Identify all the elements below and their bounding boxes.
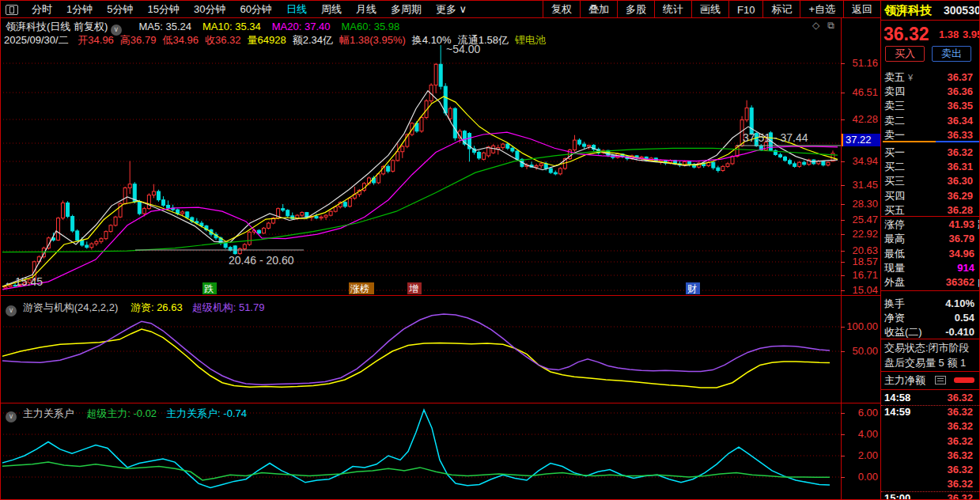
tab-更多[interactable]: 更多 ∨: [429, 2, 474, 17]
axis-tick-label: 42.28: [852, 113, 878, 125]
toolbar-button-统计[interactable]: 统计: [654, 1, 691, 18]
tick-row[interactable]: 14:5936.32: [884, 405, 979, 419]
toolbar-button-+自选[interactable]: +自选: [800, 1, 843, 18]
price-change-pct: 3.95%: [963, 28, 980, 40]
stat-label: 最高: [884, 233, 905, 244]
tick-row[interactable]: 15:0036.32: [884, 491, 979, 500]
queue-row[interactable]: 买一36.32: [884, 146, 979, 160]
queue-row[interactable]: 卖二36.34: [884, 114, 979, 128]
tab-1分钟[interactable]: 1分钟: [59, 2, 100, 17]
stat-value: 41.93: [948, 218, 974, 232]
axis-tick-label: 28.30: [852, 198, 878, 210]
collapse-chevron-icon[interactable]: ∨: [6, 411, 17, 422]
toolbar-button-标记[interactable]: 标记: [762, 1, 800, 18]
price-axis: 51.1646.5142.2834.9431.4528.3025.4722.92…: [841, 1, 881, 500]
queue-price: 36.30: [947, 174, 973, 188]
axis-tick-mark: [841, 351, 845, 352]
svg-text:涨榜: 涨榜: [350, 283, 369, 294]
queue-level-label: 卖一: [884, 129, 905, 141]
queue-level-label: 买四: [884, 190, 905, 202]
axis-tick-label: 34.94: [852, 155, 878, 167]
tab-60分钟[interactable]: 60分钟: [233, 2, 278, 17]
queue-row[interactable]: 买四36.29: [884, 189, 979, 203]
svg-text:增: 增: [409, 283, 418, 294]
axis-tick-mark: [841, 262, 845, 263]
axis-tick-label: 50.00: [852, 345, 878, 357]
tab-日线[interactable]: 日线: [279, 2, 314, 17]
indicator1-legend: 游资: 26.63超级机构: 51.79: [121, 301, 265, 313]
list-icon[interactable]: [935, 376, 946, 384]
queue-row[interactable]: 买二36.31: [884, 160, 979, 174]
stat-row: 最高36.79: [884, 232, 980, 246]
tab-周线[interactable]: 周线: [314, 2, 349, 17]
tab-5分钟[interactable]: 5分钟: [100, 2, 140, 17]
tick-price: 36.32: [947, 405, 973, 419]
stat-row: 换手4.10%: [884, 297, 980, 311]
stat-value: 34.96: [948, 247, 974, 261]
queue-level-label: 卖三: [884, 100, 905, 112]
tick-row[interactable]: 36.32: [884, 419, 979, 434]
axis-tick-label: 4.00: [858, 428, 878, 440]
queue-level-label: 买三: [884, 175, 905, 187]
tick-row[interactable]: 36.32: [884, 434, 979, 449]
tick-price: 36.32: [947, 477, 973, 491]
queue-row[interactable]: 卖三36.35: [884, 99, 979, 113]
toolbar-button-画线[interactable]: 画线: [691, 1, 728, 18]
stat-label: 外盘: [884, 276, 905, 288]
stat-value: 0.54: [955, 311, 974, 325]
stat-row: 净资0.54: [884, 311, 980, 325]
quote-panel: 领湃科技 300530 36.32 1.38 3.95% 买入 卖出 卖五¥36…: [881, 1, 980, 500]
axis-tick-label: 25.47: [852, 214, 878, 225]
axis-tick-label: 22.92: [852, 228, 878, 240]
flow-red-bar: [954, 377, 974, 383]
bid-ask-divider: [883, 141, 979, 142]
tab-分时[interactable]: 分时: [25, 2, 59, 17]
queue-row[interactable]: 买三36.30: [884, 174, 979, 188]
toolbar-button-F10[interactable]: F10: [728, 1, 762, 18]
axis-tick-label: 6.00: [858, 407, 878, 419]
axis-tick-mark: [841, 63, 845, 64]
axis-tick-label: 18.57: [852, 256, 878, 267]
tick-row[interactable]: 36.32: [884, 477, 979, 491]
main-flow-label: 主力净额: [884, 373, 925, 388]
buy-button[interactable]: 买入: [885, 46, 925, 62]
tick-price: 36.32: [947, 449, 973, 463]
toolbar-button-复权[interactable]: 复权: [543, 1, 580, 18]
axis-tick-mark: [841, 161, 845, 162]
trade-status-line: 交易状态:闭市阶段: [884, 341, 970, 355]
tab-15分钟[interactable]: 15分钟: [140, 2, 186, 17]
collapse-chevron-icon[interactable]: ∨: [6, 305, 17, 316]
tick-price: 36.32: [947, 463, 973, 477]
indicator2-title: 主力关系户: [23, 407, 74, 419]
queue-level-label: 买一: [884, 146, 905, 158]
queue-row[interactable]: 卖五¥36.37: [884, 70, 979, 85]
tick-row[interactable]: 14:5836.32: [884, 391, 979, 405]
stat-row: 最低34.96: [884, 247, 980, 261]
indicator1-title: 游资与机构(24,2,2,2): [23, 301, 119, 313]
toolbar-actions: 复权叠加多股统计画线F10标记+自选返回: [543, 1, 881, 18]
queue-price: 36.31: [947, 160, 973, 174]
axis-tick-mark: [841, 456, 845, 456]
queue-level-label: 买五: [884, 204, 905, 216]
queue-level-label: 买二: [884, 161, 905, 172]
axis-tick-label: 20.63: [852, 244, 878, 256]
toolbar-button-叠加[interactable]: 叠加: [580, 1, 617, 18]
flow-divider-top: [881, 371, 980, 372]
stat-label: 收益(二): [884, 326, 922, 338]
queue-row[interactable]: 卖四36.36: [884, 85, 979, 99]
layout-split-icon[interactable]: [6, 5, 18, 15]
tick-row[interactable]: 36.32: [884, 449, 979, 463]
axis-tick-mark: [841, 220, 845, 221]
axis-tick-mark: [841, 119, 845, 120]
tab-30分钟[interactable]: 30分钟: [187, 2, 233, 17]
yuan-icon: ¥: [908, 73, 913, 82]
queue-price: 36.36: [947, 85, 973, 99]
stat-label: 净资: [884, 312, 905, 324]
tab-多周期[interactable]: 多周期: [384, 2, 429, 17]
trading-terminal-window: 分时1分钟5分钟15分钟30分钟60分钟日线周线月线多周期更多 ∨ 复权叠加多股…: [0, 0, 980, 500]
toolbar-button-多股[interactable]: 多股: [617, 1, 654, 18]
sell-button[interactable]: 卖出: [932, 46, 971, 62]
tick-row[interactable]: 36.32: [884, 463, 979, 477]
main-candlestick-chart[interactable]: ~54.0037.51 - 37.4420.46 - 20.60←15.45跌涨…: [2, 18, 841, 295]
tab-月线[interactable]: 月线: [349, 2, 384, 17]
